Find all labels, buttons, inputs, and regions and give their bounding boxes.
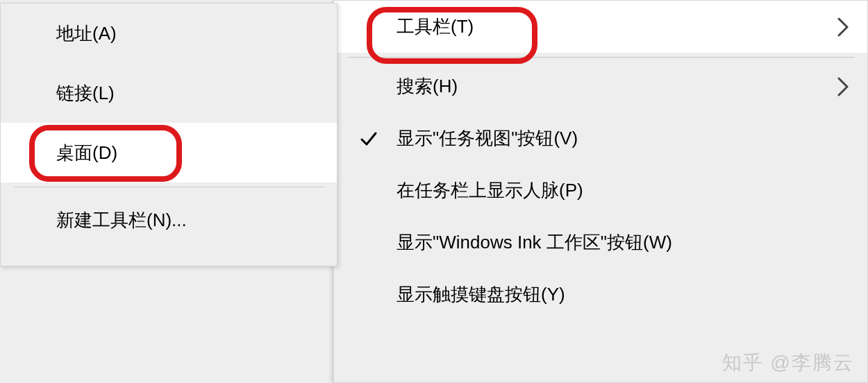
menu-label: 显示"Windows Ink 工作区"按钮(W) — [397, 230, 672, 255]
menu-item-show-touch-keyboard[interactable]: 显示触摸键盘按钮(Y) — [334, 269, 867, 321]
menu-item-search[interactable]: 搜索(H) — [334, 60, 867, 112]
menu-separator — [15, 187, 324, 187]
submenu-item-desktop[interactable]: 桌面(D) — [1, 123, 337, 182]
taskbar-context-menu: 工具栏(T) 搜索(H) 显示"任务视图"按钮(V) 在任务栏上显示人脉(P) … — [333, 0, 868, 383]
menu-item-show-people[interactable]: 在任务栏上显示人脉(P) — [334, 164, 867, 216]
menu-label: 在任务栏上显示人脉(P) — [397, 178, 583, 203]
menu-label: 显示"任务视图"按钮(V) — [397, 126, 578, 151]
menu-label: 桌面(D) — [56, 141, 117, 165]
menu-label: 搜索(H) — [397, 74, 458, 99]
menu-item-toolbars[interactable]: 工具栏(T) — [334, 1, 867, 53]
submenu-arrow-icon — [833, 76, 853, 97]
menu-label: 新建工具栏(N)... — [56, 208, 187, 232]
submenu-item-new-toolbar[interactable]: 新建工具栏(N)... — [1, 190, 337, 250]
toolbars-submenu: 地址(A) 链接(L) 桌面(D) 新建工具栏(N)... — [0, 3, 337, 266]
menu-label: 显示触摸键盘按钮(Y) — [397, 282, 565, 307]
watermark: 知乎 @李腾云 — [722, 350, 854, 376]
submenu-arrow-icon — [833, 17, 853, 37]
menu-separator — [348, 57, 855, 58]
menu-item-show-ink[interactable]: 显示"Windows Ink 工作区"按钮(W) — [334, 216, 867, 269]
menu-label: 链接(L) — [56, 81, 115, 105]
menu-item-show-taskview[interactable]: 显示"任务视图"按钮(V) — [334, 112, 867, 164]
check-icon — [358, 128, 379, 149]
submenu-item-address[interactable]: 地址(A) — [1, 3, 337, 63]
submenu-item-links[interactable]: 链接(L) — [1, 63, 337, 123]
menu-label: 工具栏(T) — [397, 15, 474, 39]
menu-label: 地址(A) — [56, 22, 117, 46]
